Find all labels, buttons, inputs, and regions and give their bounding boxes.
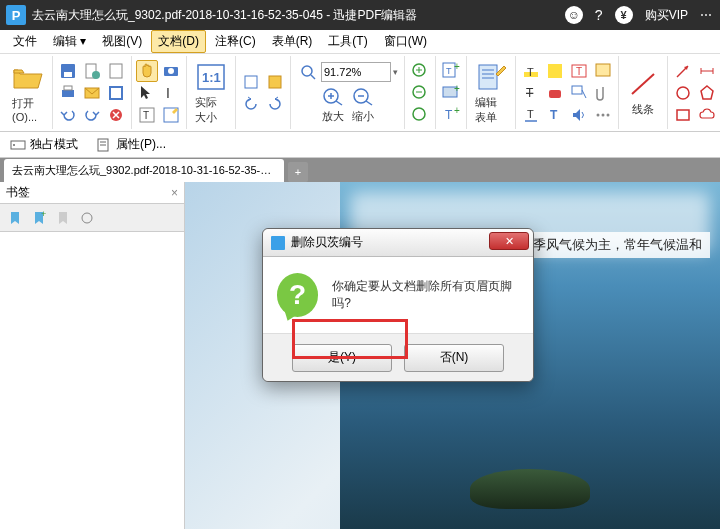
document-tab[interactable]: 去云南大理怎么玩_9302.pdf-2018-10-31-16-52-35-… … — [4, 159, 284, 182]
no-button[interactable]: 否(N) — [404, 344, 504, 372]
tabbar: 去云南大理怎么玩_9302.pdf-2018-10-31-16-52-35-… … — [0, 158, 720, 182]
svg-text:+: + — [454, 62, 460, 72]
svg-point-60 — [602, 113, 605, 116]
sound-icon[interactable] — [568, 104, 590, 126]
zoom-plus-icon[interactable] — [409, 60, 431, 82]
redo-icon[interactable] — [81, 104, 103, 126]
bookmarks-title: 书签 — [6, 184, 30, 201]
document-text: 原季风气候为主，常年气候温和 — [512, 232, 710, 258]
zoom-minus-icon[interactable] — [409, 82, 431, 104]
svg-rect-8 — [110, 87, 122, 99]
fit-width-icon[interactable] — [264, 71, 286, 93]
open-button[interactable]: 打开(O)... — [8, 60, 48, 125]
hand-tool-icon[interactable] — [136, 60, 158, 82]
loupe-icon[interactable] — [409, 104, 431, 126]
actual-size-button[interactable]: 1:1 实际大小 — [191, 59, 231, 127]
text-box-icon[interactable]: T — [568, 60, 590, 82]
arrow-icon[interactable] — [672, 60, 694, 82]
svg-rect-51 — [596, 64, 610, 76]
svg-rect-48 — [548, 64, 562, 78]
blank-doc-icon[interactable] — [105, 60, 127, 82]
add-text-icon[interactable]: T+ — [440, 60, 462, 82]
menu-edit[interactable]: 编辑 ▾ — [46, 30, 93, 53]
menu-window[interactable]: 窗口(W) — [377, 30, 434, 53]
scan-icon[interactable] — [105, 82, 127, 104]
svg-rect-4 — [110, 64, 122, 78]
bookmark-del-icon[interactable] — [52, 207, 74, 229]
exclusive-mode-button[interactable]: 独占模式 — [6, 134, 82, 155]
dialog-titlebar[interactable]: 删除贝茨编号 ✕ — [263, 229, 533, 257]
close-doc-icon[interactable] — [105, 104, 127, 126]
dialog-app-icon — [271, 236, 285, 250]
zoom-combo[interactable] — [321, 62, 391, 82]
dimension-icon[interactable] — [696, 60, 718, 82]
svg-line-62 — [632, 74, 654, 94]
edit-text-icon[interactable]: T — [136, 104, 158, 126]
save-icon[interactable] — [57, 60, 79, 82]
note-icon[interactable] — [592, 60, 614, 82]
user-icon[interactable]: ☺ — [565, 6, 583, 24]
panel-close-icon[interactable]: × — [171, 186, 178, 200]
snapshot-icon[interactable] — [160, 60, 182, 82]
circle-icon[interactable] — [672, 82, 694, 104]
svg-text:T: T — [526, 86, 534, 100]
bookmark-opts-icon[interactable] — [76, 207, 98, 229]
edit-object-icon[interactable] — [160, 104, 182, 126]
svg-text:+: + — [454, 106, 460, 116]
yes-button[interactable]: 是(Y) — [292, 344, 392, 372]
buy-vip-link[interactable]: 购买VIP — [645, 7, 688, 24]
svg-text:T: T — [527, 108, 534, 120]
svg-line-21 — [311, 75, 315, 79]
menu-form[interactable]: 表单(R) — [265, 30, 320, 53]
zoom-in-button[interactable]: 放大 — [322, 87, 344, 124]
menu-view[interactable]: 视图(V) — [95, 30, 149, 53]
menu-tools[interactable]: 工具(T) — [321, 30, 374, 53]
menu-comment[interactable]: 注释(C) — [208, 30, 263, 53]
rect-icon[interactable] — [672, 104, 694, 126]
attach-icon[interactable] — [592, 82, 614, 104]
titlebar: P 去云南大理怎么玩_9302.pdf-2018-10-31-16-52-35-… — [0, 0, 720, 30]
underline-icon[interactable]: T — [520, 104, 542, 126]
svg-line-27 — [366, 101, 372, 105]
bookmark-add-icon[interactable] — [4, 207, 26, 229]
currency-icon[interactable]: ¥ — [615, 6, 633, 24]
bookmark-add2-icon[interactable]: + — [28, 207, 50, 229]
callout-icon[interactable] — [568, 82, 590, 104]
svg-rect-1 — [64, 72, 72, 77]
menu-file[interactable]: 文件 — [6, 30, 44, 53]
typewriter-icon[interactable]: T — [544, 104, 566, 126]
strike-icon[interactable]: T — [520, 82, 542, 104]
rotate-right-icon[interactable] — [264, 93, 286, 115]
add-shape-icon[interactable]: T+ — [440, 104, 462, 126]
highlight-icon[interactable]: T — [520, 60, 542, 82]
new-tab-button[interactable]: + — [288, 162, 308, 182]
svg-point-59 — [597, 113, 600, 116]
highlight-yellow[interactable] — [544, 60, 566, 82]
email-icon[interactable] — [81, 82, 103, 104]
new-doc-icon[interactable] — [81, 60, 103, 82]
svg-rect-54 — [572, 86, 582, 94]
cloud-icon[interactable] — [696, 104, 718, 126]
properties-button[interactable]: 属性(P)... — [92, 134, 170, 155]
select-tool-icon[interactable] — [136, 82, 158, 104]
undo-icon[interactable] — [57, 104, 79, 126]
edit-form-button[interactable]: 编辑表单 — [471, 59, 511, 127]
more-annot-icon[interactable] — [592, 104, 614, 126]
menu-document[interactable]: 文档(D) — [151, 30, 206, 53]
dialog-close-button[interactable]: ✕ — [489, 232, 529, 250]
zoom-area-icon[interactable] — [297, 61, 319, 83]
rotate-left-icon[interactable] — [240, 93, 262, 115]
add-image-icon[interactable]: + — [440, 82, 462, 104]
zoom-out-button[interactable]: 缩小 — [352, 87, 374, 124]
svg-line-23 — [336, 101, 342, 105]
text-select-icon[interactable]: I — [160, 82, 182, 104]
fit-page-icon[interactable] — [240, 71, 262, 93]
line-tool-button[interactable]: 线条 — [623, 66, 663, 119]
svg-point-11 — [168, 68, 174, 74]
svg-point-34 — [413, 108, 425, 120]
stamp-icon[interactable] — [544, 82, 566, 104]
print-icon[interactable] — [57, 82, 79, 104]
help-icon[interactable]: ? — [595, 7, 603, 23]
window-controls-icon[interactable]: ⋯ — [700, 8, 714, 22]
pentagon-icon[interactable] — [696, 82, 718, 104]
